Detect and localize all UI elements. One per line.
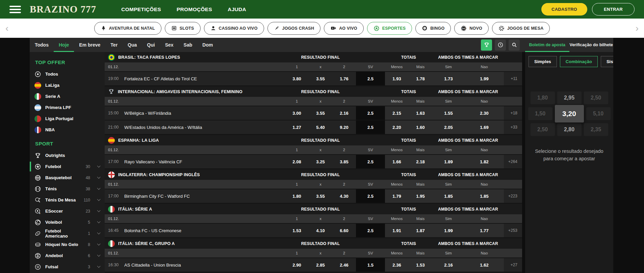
more-markets-link[interactable]: +18	[504, 111, 522, 115]
odd-away[interactable]: 2.16	[332, 106, 356, 120]
odd-under[interactable]: 2.20	[385, 120, 409, 134]
odd-draw[interactable]: 3.55	[309, 189, 332, 203]
odd-btts-no[interactable]: 1.62	[465, 258, 504, 272]
chevron-down-icon[interactable]	[97, 175, 101, 179]
odd-away[interactable]: 9.20	[332, 120, 356, 134]
odd-btts-no[interactable]: 1.69	[465, 120, 504, 134]
odd-draw[interactable]: 5.40	[309, 120, 332, 134]
search-button[interactable]	[509, 39, 520, 51]
odd-btts-yes[interactable]: 1.55	[432, 106, 465, 120]
entrar-button[interactable]: ENTRAR	[592, 3, 635, 16]
match-teams[interactable]: Bolonha FC - US Cremonese	[124, 228, 285, 233]
nav-competicoes[interactable]: COMPETIÇÕES	[121, 6, 161, 12]
chip-aventura-de-natal[interactable]: AVENTURA DE NATAL	[94, 22, 161, 35]
more-markets-link[interactable]: +253	[504, 228, 522, 233]
sidebar-item-tenis-de-mesa[interactable]: Ténis De Mesa 110	[34, 194, 100, 206]
sidebar-item-futsal[interactable]: Futsal 3	[34, 261, 100, 272]
odd-btts-yes[interactable]: 2.16	[432, 258, 465, 272]
mode-simples-button[interactable]: Simples	[529, 56, 557, 67]
match-teams[interactable]: W/Estados Unidos da América - W/Itália	[124, 125, 285, 130]
odd-home[interactable]: 2.08	[285, 155, 309, 168]
scroll-left-button[interactable]: ‹	[3, 19, 10, 38]
chevron-down-icon[interactable]	[97, 253, 101, 257]
more-markets-link[interactable]: +33	[504, 125, 522, 130]
sidebar-item-voleibol[interactable]: Voleibol 5	[34, 217, 100, 228]
mode-sistema-button[interactable]: Sistema	[601, 56, 613, 67]
chip-jogos-de-mesa[interactable]: JOGOS DE MESA	[492, 22, 550, 35]
odd-btts-yes[interactable]: 1.73	[432, 72, 465, 85]
chevron-down-icon[interactable]	[97, 265, 101, 268]
tab-boletim-de-aposta[interactable]: Boletim de aposta	[525, 38, 569, 52]
odd-draw[interactable]: 2.85	[309, 258, 332, 272]
chevron-down-icon[interactable]	[97, 209, 101, 212]
brand-logo[interactable]: BRAZINO 777	[30, 4, 96, 15]
match-teams[interactable]: W/Bélgica - W/Finlândia	[124, 111, 285, 116]
more-markets-link[interactable]: +27	[504, 263, 522, 267]
scroll-right-button[interactable]: ›	[634, 19, 641, 38]
odd-over[interactable]: 1.87	[409, 224, 432, 237]
tab-sab[interactable]: Sab	[179, 38, 198, 52]
sidebar-item-futebol[interactable]: Futebol 30	[34, 161, 100, 172]
odd-home[interactable]: 1.53	[285, 224, 309, 237]
odd-btts-no[interactable]: 1.77	[465, 224, 504, 237]
mode-combinacao-button[interactable]: Combinação	[560, 56, 598, 67]
tab-dom[interactable]: Dom	[197, 38, 218, 52]
odd-draw[interactable]: 4.10	[309, 224, 332, 237]
chip-ao-vivo[interactable]: AO VIVO	[324, 22, 364, 35]
odd-over[interactable]: 1.60	[409, 120, 432, 134]
odd-over[interactable]: 1.78	[409, 72, 432, 85]
chip-novo[interactable]: NEW NOVO	[454, 22, 489, 35]
odd-away[interactable]: 1.76	[332, 72, 356, 85]
more-markets-link[interactable]: +11	[504, 76, 522, 81]
tab-todos[interactable]: Todos	[30, 38, 54, 52]
nav-ajuda[interactable]: AJUDA	[228, 6, 246, 12]
sidebar-item-primera-lpf[interactable]: Primera LPF	[34, 102, 100, 113]
odd-over[interactable]: 1.63	[409, 106, 432, 120]
odd-home[interactable]: 3.00	[285, 106, 309, 120]
odd-under[interactable]: 1.79	[385, 189, 409, 203]
chip-slots[interactable]: SLOTS	[165, 22, 201, 35]
odd-under[interactable]: 1.91	[385, 224, 409, 237]
odd-over[interactable]: 1.53	[409, 258, 432, 272]
top-events-filter-button[interactable]	[481, 39, 492, 51]
odd-btts-yes[interactable]: 2.05	[432, 120, 465, 134]
odd-home[interactable]: 1.27	[285, 120, 309, 134]
odd-btts-yes[interactable]: 1.89	[432, 155, 465, 168]
tab-sex[interactable]: Sex	[160, 38, 179, 52]
sidebar-item-laliga[interactable]: LaLiga	[34, 80, 100, 91]
odd-home[interactable]: 2.90	[285, 258, 309, 272]
odd-btts-no[interactable]: 2.30	[465, 106, 504, 120]
more-markets-link[interactable]: +264	[504, 159, 522, 164]
tab-em-breve[interactable]: Em breve	[74, 38, 105, 52]
time-filter-button[interactable]	[495, 39, 506, 51]
sidebar-item-andebol[interactable]: Andebol 6	[34, 250, 100, 261]
odd-draw[interactable]: 3.55	[309, 72, 332, 85]
odd-draw[interactable]: 3.55	[309, 106, 332, 120]
sidebar-item-nba[interactable]: NBA	[34, 124, 100, 135]
odd-btts-yes[interactable]: 1.85	[432, 189, 465, 203]
odd-under[interactable]: 2.15	[385, 106, 409, 120]
match-teams[interactable]: Rayo Vallecano - Valência CF	[124, 159, 285, 164]
sidebar-item-hoquei-no-gelo[interactable]: Hóquei No Gelo 8	[34, 239, 100, 250]
chip-cassino-ao-vivo[interactable]: CASSINO AO VIVO	[204, 22, 264, 35]
tab-qua[interactable]: Qua	[123, 38, 142, 52]
sidebar-item-liga-portugal[interactable]: Liga Portugal	[34, 113, 100, 124]
tab-qui[interactable]: Qui	[142, 38, 160, 52]
odd-under[interactable]: 1.66	[385, 155, 409, 168]
chip-jogos-crash[interactable]: JOGOS CRASH	[267, 22, 321, 35]
sidebar-item-serie-a[interactable]: Serie A	[34, 91, 100, 102]
odd-away[interactable]: 4.30	[332, 189, 356, 203]
chevron-down-icon[interactable]	[97, 164, 101, 168]
odd-away[interactable]: 3.85	[332, 155, 356, 168]
chevron-down-icon[interactable]	[97, 198, 101, 201]
menu-button[interactable]	[9, 6, 21, 13]
odd-btts-no[interactable]: 1.85	[465, 189, 504, 203]
nav-promocoes[interactable]: PROMOÇÕES	[177, 6, 212, 12]
odd-btts-no[interactable]: 1.82	[465, 155, 504, 168]
odd-btts-yes[interactable]: 1.99	[432, 224, 465, 237]
odd-away[interactable]: 2.46	[332, 258, 356, 272]
sidebar-item-todos[interactable]: Todos	[34, 69, 100, 80]
sidebar-item-futebol-americano[interactable]: Futebol Americano 1	[34, 228, 100, 239]
tab-verificacao-do-bilhete[interactable]: Verificação do bilhete	[569, 38, 614, 52]
match-teams[interactable]: AS Cittadella - Union Brescia	[124, 263, 285, 268]
